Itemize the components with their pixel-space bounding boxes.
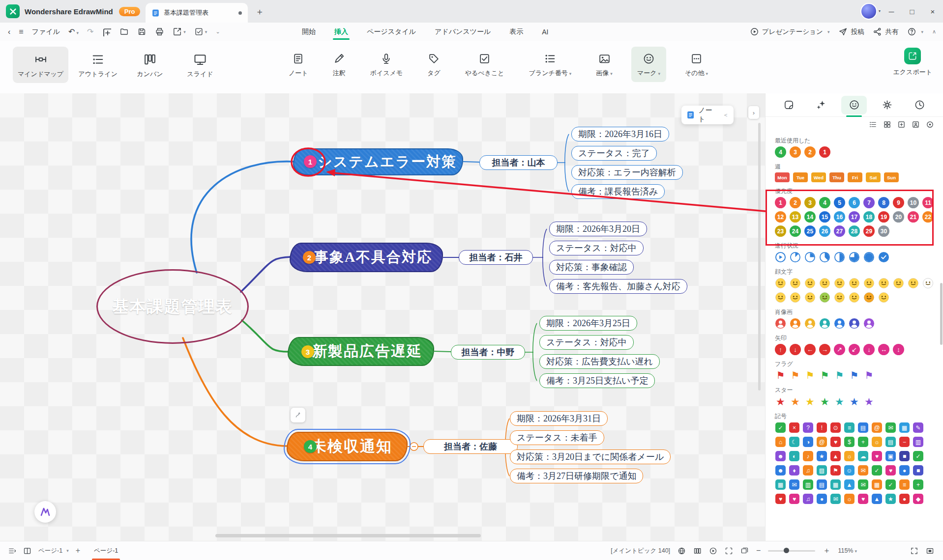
tool-image[interactable]: 画像▾ (590, 47, 619, 82)
priority-marker-26[interactable]: 26 (819, 225, 830, 237)
symbol-marker[interactable]: ▦ (872, 479, 882, 490)
emoji-marker[interactable] (849, 278, 860, 289)
star-marker[interactable]: ★ (834, 396, 845, 407)
arrow-marker[interactable]: ↗ (834, 344, 845, 355)
topic-4-owner[interactable]: 担当者：佐藤 (423, 439, 518, 454)
priority-marker-17[interactable]: 17 (849, 211, 860, 223)
symbol-marker[interactable]: ▲ (830, 451, 841, 461)
priority-marker-18[interactable]: 18 (863, 211, 875, 223)
topic-1-detail-4[interactable]: 備考：課長報告済み (571, 184, 665, 199)
symbol-marker[interactable]: ? (803, 422, 813, 433)
back-button[interactable]: ‹ (8, 28, 10, 36)
help-button[interactable]: ▾ (907, 27, 923, 36)
mode-outline-mode[interactable]: アウトライン (73, 47, 122, 83)
emoji-marker[interactable] (878, 292, 889, 303)
topic-4-detail-4[interactable]: 備考：3月27日研修期限で通知 (510, 469, 643, 483)
priority-marker-6[interactable]: 6 (849, 197, 860, 208)
topic-3-detail-3[interactable]: 対応策：広告費支払い遅れ (539, 354, 660, 369)
maximize-button[interactable]: □ (902, 0, 922, 23)
symbol-marker[interactable]: $ (844, 437, 855, 447)
symbol-marker[interactable]: ✓ (885, 479, 896, 490)
topic-2-owner[interactable]: 担当者：石井 (459, 250, 533, 265)
mode-kanban-mode[interactable]: カンバン (127, 47, 173, 83)
priority-marker-29[interactable]: 29 (863, 225, 875, 237)
symbol-marker[interactable]: ▲ (844, 479, 855, 490)
tool-more[interactable]: その他▾ (679, 47, 714, 82)
symbol-marker[interactable]: ● (899, 494, 910, 504)
symbol-marker[interactable]: ■ (913, 465, 923, 476)
symbol-marker[interactable]: ♥ (885, 465, 896, 476)
priority-marker-14[interactable]: 14 (804, 211, 816, 223)
priority-marker-23[interactable]: 23 (775, 225, 786, 237)
portrait-marker[interactable] (819, 318, 830, 329)
multi-page-icon[interactable] (740, 547, 749, 555)
symbol-marker[interactable]: ♥ (789, 494, 799, 504)
priority-marker-25[interactable]: 25 (804, 225, 816, 237)
tool-branch-number[interactable]: ブランチ番号▾ (523, 47, 578, 82)
emoji-marker[interactable] (893, 278, 904, 289)
symbol-marker[interactable]: ✓ (913, 451, 923, 461)
symbol-marker[interactable]: ✉ (830, 494, 841, 504)
emoji-marker[interactable] (804, 292, 816, 303)
symbol-marker[interactable]: ☼ (844, 451, 855, 461)
add-page-button[interactable]: + (76, 546, 80, 555)
mode-mindmap-mode[interactable]: マインドマップ (13, 47, 68, 83)
symbol-marker[interactable]: ✎ (913, 422, 923, 433)
tab-history[interactable] (907, 96, 933, 114)
symbol-marker[interactable]: ☼ (872, 437, 882, 447)
emoji-marker[interactable] (863, 292, 875, 303)
priority-marker-13[interactable]: 13 (790, 211, 801, 223)
undo-button[interactable]: ↶▾ (68, 27, 79, 36)
menu-tab-6[interactable]: AI (539, 24, 551, 40)
symbol-marker[interactable]: ⚑ (830, 465, 841, 476)
week-marker-Thu[interactable]: Thu (829, 172, 844, 182)
symbol-marker[interactable]: ♫ (803, 494, 813, 504)
menu-tab-1[interactable]: 開始 (299, 24, 319, 40)
symbol-marker[interactable]: + (858, 437, 868, 447)
emoji-marker[interactable] (819, 292, 830, 303)
flag-marker[interactable]: ⚑ (834, 370, 845, 381)
emoji-marker[interactable] (775, 278, 786, 289)
priority-marker-7[interactable]: 7 (863, 197, 875, 208)
focus-frame-icon[interactable] (725, 547, 733, 555)
layout-columns-icon[interactable] (693, 547, 702, 555)
assistant-logo[interactable] (34, 501, 56, 523)
star-marker[interactable]: ★ (775, 396, 786, 407)
topic-1-detail-1[interactable]: 期限：2026年3月16日 (571, 127, 669, 141)
topic-2-detail-1[interactable]: 期限：2026年3月20日 (549, 222, 647, 236)
flag-marker[interactable]: ⚑ (804, 370, 816, 381)
zoom-slider[interactable] (768, 550, 815, 552)
symbol-marker[interactable]: @ (817, 437, 827, 447)
tool-voice-memo[interactable]: ボイスメモ (364, 47, 409, 82)
symbol-marker[interactable]: ★ (817, 451, 827, 461)
topic-2-detail-4[interactable]: 備考：客先報告、加藤さん対応 (549, 279, 687, 294)
priority-marker-11[interactable]: 11 (922, 197, 934, 208)
symbol-marker[interactable]: ✓ (872, 465, 882, 476)
priority-marker-20[interactable]: 20 (893, 211, 904, 223)
symbol-marker[interactable]: ▦ (775, 479, 786, 490)
symbol-marker[interactable]: ▦ (899, 422, 910, 433)
topic-2-detail-2[interactable]: ステータス：対応中 (549, 241, 644, 255)
menu-icon[interactable]: ≡ (19, 28, 23, 36)
recent-marker-3[interactable]: 3 (790, 146, 801, 158)
star-marker[interactable]: ★ (804, 396, 816, 407)
emoji-marker[interactable] (775, 292, 786, 303)
symbol-marker[interactable]: ⊙ (830, 422, 841, 433)
topic-2-detail-3[interactable]: 対応策：事象確認 (549, 260, 634, 275)
symbol-marker[interactable]: ♪ (803, 451, 813, 461)
minimize-button[interactable]: ─ (881, 0, 902, 23)
new-document-icon[interactable] (102, 27, 111, 36)
add-portrait-icon[interactable] (912, 120, 920, 129)
symbol-marker[interactable]: ♫ (803, 465, 813, 476)
user-avatar[interactable]: ▾ (860, 3, 877, 20)
emoji-marker[interactable] (922, 278, 934, 289)
topic-1-detail-2[interactable]: ステータス：完了 (571, 146, 657, 161)
arrow-marker[interactable]: ↓ (790, 344, 801, 355)
portrait-marker[interactable] (790, 318, 801, 329)
symbol-marker[interactable]: ☾ (789, 437, 799, 447)
symbol-marker[interactable]: ◑ (803, 437, 813, 447)
arrow-marker[interactable]: ↔ (878, 344, 889, 355)
emoji-marker[interactable] (834, 292, 845, 303)
symbol-marker[interactable]: ☻ (775, 451, 786, 461)
share-button[interactable]: 共有 (873, 27, 898, 36)
